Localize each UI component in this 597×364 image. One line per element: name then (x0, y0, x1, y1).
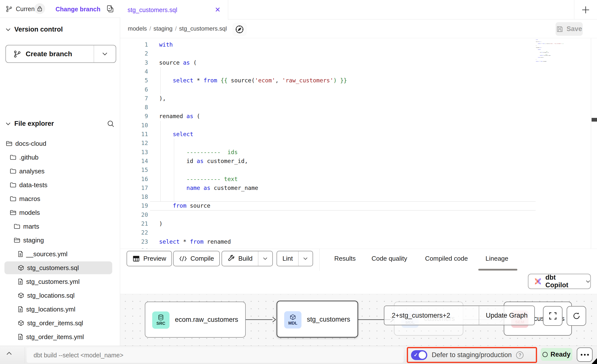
tree-item-docs-cloud[interactable]: docs-cloud (0, 137, 120, 150)
current-branch[interactable]: Current (5, 5, 36, 13)
tree-item-data-tests[interactable]: data-tests (0, 178, 120, 192)
tree-item-stg-locations-yml[interactable]: stg_locations.yml (0, 302, 120, 316)
file-actions-button[interactable] (232, 23, 247, 36)
code-line: 6 (120, 85, 597, 94)
create-branch-main[interactable]: Create branch (6, 45, 94, 62)
breadcrumb-segment[interactable]: models (128, 25, 147, 32)
branch-lock-badge (34, 3, 45, 14)
version-control-title: Version control (14, 26, 63, 33)
mouse-cursor (592, 358, 597, 364)
build-dropdown[interactable] (258, 251, 272, 266)
compile-button[interactable]: Compile (173, 251, 220, 266)
code-line: 7), (120, 94, 597, 103)
tab-results[interactable]: Results (334, 255, 356, 262)
code-line: 8 (120, 103, 597, 112)
code-line: 2 (120, 49, 597, 58)
code-line: 14 id as customer_id, (120, 157, 597, 166)
collapse-panel-button[interactable] (6, 351, 12, 356)
tree-item-staging[interactable]: staging (0, 233, 120, 247)
create-branch-button[interactable]: Create branch (5, 45, 116, 63)
line-number: 16 (120, 175, 148, 184)
tree-item-marts[interactable]: marts (0, 219, 120, 233)
floppy-icon (556, 25, 563, 33)
tree-item-label: stg_order_items.yml (26, 333, 84, 341)
copy-branch-button[interactable] (106, 4, 114, 14)
model-icon (18, 292, 24, 299)
minimap-line (536, 62, 567, 63)
code-line: 1with (120, 40, 597, 49)
fullscreen-button[interactable] (543, 306, 562, 326)
lineage-canvas[interactable]: SRCecom.raw_customersMDLstg_customersMDL… (120, 294, 597, 346)
build-button[interactable]: Build (222, 251, 273, 266)
tree-item-stg-customers-yml[interactable]: stg_customers.yml (0, 275, 120, 289)
tab-lineage[interactable]: Lineage (485, 255, 508, 262)
code-line: 20 (120, 210, 597, 219)
line-number: 15 (120, 165, 148, 175)
tree-item-label: macros (19, 195, 40, 203)
create-branch-dropdown[interactable] (94, 45, 116, 62)
tab-title: stg_customers.sql (128, 6, 177, 14)
file-search-button[interactable] (107, 120, 115, 129)
save-button[interactable]: Save (556, 22, 583, 36)
preview-button[interactable]: Preview (127, 251, 172, 266)
branch-header: Current Change branch (0, 0, 120, 18)
file-tree: docs-cloud.githubanalysesdata-testsmacro… (0, 137, 120, 344)
update-graph-button[interactable]: Update Graph (479, 306, 534, 325)
question-icon[interactable]: ? (516, 351, 523, 359)
change-branch-link[interactable]: Change branch (56, 6, 100, 13)
minimap-line: select * from {{ source('ecom', 'raw_cus… (536, 43, 567, 44)
indent-guide (160, 157, 161, 166)
graph-selector-bar: 2+stg_customers+2 Update Graph (384, 306, 535, 325)
indent-guide (160, 76, 161, 85)
line-number: 20 (120, 210, 148, 219)
dbt-copilot-button[interactable]: dbt Copilot (528, 274, 591, 289)
code-line: 17 name as customer_name (120, 183, 597, 193)
status-circle-icon (542, 352, 548, 357)
tree-item-models[interactable]: models (0, 206, 120, 219)
tree-item-stg-customers-sql[interactable]: stg_customers.sql (0, 261, 120, 275)
graph-selector-input[interactable]: 2+stg_customers+2 (384, 306, 479, 325)
refresh-button[interactable] (567, 306, 586, 326)
tree-item-stg-order-items-sql[interactable]: stg_order_items.sql (0, 316, 120, 330)
tree-item-stg-locations-sql[interactable]: stg_locations.sql (0, 289, 120, 302)
build-label: Build (238, 255, 253, 262)
close-icon[interactable]: ✕ (215, 6, 221, 13)
tree-item-analyses[interactable]: analyses (0, 164, 120, 178)
tab-code-quality[interactable]: Code quality (372, 255, 407, 262)
file-explorer-header[interactable]: File explorer (5, 120, 115, 127)
code-line: 22 (120, 228, 597, 237)
tree-item-stg-order-items-yml[interactable]: stg_order_items.yml (0, 330, 120, 344)
lint-dropdown[interactable] (298, 251, 313, 266)
indent-guide (174, 175, 174, 184)
tree-item-label: .github (19, 154, 38, 161)
editor-minimap[interactable]: withsource as ( select * from {{ source(… (536, 39, 567, 63)
line-number: 4 (120, 67, 148, 76)
lock-icon (37, 6, 42, 12)
tree-item--sources-yml[interactable]: __sources.yml (0, 247, 120, 261)
breadcrumb-segment[interactable]: stg_customers.sql (179, 25, 227, 32)
indent-guide (160, 67, 161, 76)
scrollbar-handle[interactable] (592, 118, 597, 122)
tab-compiled-code[interactable]: Compiled code (425, 255, 468, 262)
lineage-node-stg-customers[interactable]: MDLstg_customers (277, 301, 358, 338)
command-input[interactable]: dbt build --select <model_name> (27, 347, 404, 363)
lint-button[interactable]: Lint (277, 251, 313, 266)
tree-item-macros[interactable]: macros (0, 192, 120, 206)
folder-icon (10, 182, 16, 188)
tree-item--github[interactable]: .github (0, 150, 120, 164)
doc-icon (18, 251, 23, 257)
defer-toggle[interactable]: ✓ (411, 350, 427, 360)
tab-stg-customers[interactable]: stg_customers.sql ✕ (120, 0, 228, 20)
tree-item-label: stg_locations.yml (26, 306, 75, 313)
lineage-node-ecom-raw-customers[interactable]: SRCecom.raw_customers (145, 302, 246, 338)
git-branch-icon (5, 5, 13, 13)
save-label: Save (566, 25, 582, 33)
chevron-down-icon (586, 280, 590, 283)
breadcrumb-segment[interactable]: staging (153, 25, 172, 32)
chevron-up-icon (6, 351, 12, 355)
breadcrumb-separator: / (175, 25, 177, 32)
code-editor[interactable]: 1with23source as (45 select * from {{ so… (120, 38, 597, 249)
version-control-header[interactable]: Version control (5, 26, 63, 33)
new-tab-button[interactable] (578, 2, 594, 18)
more-options-button[interactable] (577, 347, 593, 362)
